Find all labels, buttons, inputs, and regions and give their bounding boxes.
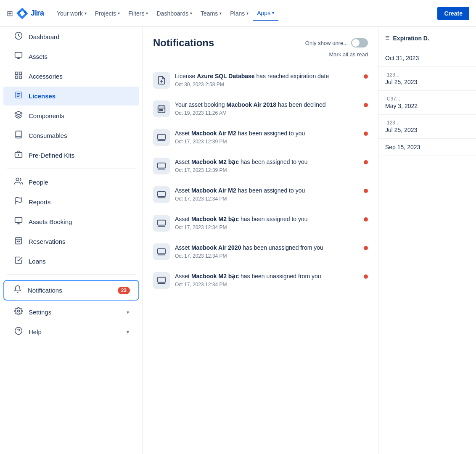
unread-dot	[364, 160, 368, 164]
sidebar-label-help: Help	[29, 328, 42, 335]
predefined-kits-icon	[13, 150, 24, 161]
notification-time: Oct 17, 2023 12:34 PM	[175, 253, 359, 259]
sidebar-item-accessories[interactable]: Accessories	[3, 67, 139, 86]
sidebar-item-notifications[interactable]: Notifications23	[3, 280, 139, 301]
unread-dot	[364, 189, 368, 193]
notification-text: Asset Macbook Air M2 has been assigned t…	[175, 129, 359, 138]
laptop-notification-icon	[153, 243, 170, 260]
notification-content: Asset Macbook M2 bạc has been assigned t…	[175, 158, 359, 173]
svg-rect-39	[158, 192, 165, 197]
sidebar-item-people[interactable]: People	[3, 173, 139, 192]
notification-item[interactable]: Asset Macbook Air M2 has been assigned t…	[143, 180, 378, 209]
sidebar-item-components[interactable]: Components	[3, 106, 139, 125]
people-icon	[13, 177, 24, 187]
svg-rect-24	[17, 241, 18, 242]
grid-icon[interactable]: ⊞	[7, 9, 13, 18]
notification-item[interactable]: Asset Macbook M2 bạc has been unassigned…	[143, 266, 378, 295]
sidebar-item-licenses[interactable]: Licenses	[3, 87, 139, 106]
svg-rect-29	[158, 106, 165, 113]
notification-time: Oct 17, 2023 12:34 PM	[175, 196, 359, 202]
row-key: -123...	[385, 120, 469, 126]
svg-rect-41	[158, 220, 165, 225]
chevron-icon: ▾	[272, 11, 274, 15]
laptop-notification-icon	[153, 272, 170, 289]
right-panel-row: -C97...May 3, 2022	[378, 91, 476, 115]
topnav-items: Your work▾Projects▾Filters▾Dashboards▾Te…	[53, 6, 278, 21]
sidebar-item-loans[interactable]: Loans	[3, 252, 139, 271]
row-value: Jul 25, 2023	[385, 79, 469, 85]
sidebar-label-assets: Assets	[29, 53, 48, 60]
sidebar-item-assets-booking[interactable]: Assets Booking	[3, 212, 139, 231]
right-panel-content: Oct 31, 2023-123...Jul 25, 2023-C97...Ma…	[378, 46, 476, 454]
sidebar-label-people: People	[29, 179, 48, 186]
svg-rect-34	[161, 110, 163, 111]
right-panel-row: -123...Jul 25, 2023	[378, 67, 476, 91]
notification-time: Oct 17, 2023 12:39 PM	[175, 139, 359, 145]
sidebar-label-notifications: Notifications	[28, 287, 62, 294]
notification-text: License Azure SQL Database has reached e…	[175, 72, 359, 81]
unread-dot	[364, 103, 368, 107]
notification-item[interactable]: Asset Macbook M2 bạc has been assigned t…	[143, 209, 378, 238]
svg-rect-1	[15, 53, 22, 58]
sidebar-item-predefined-kits[interactable]: Pre-Defined Kits	[3, 146, 139, 165]
chevron-icon: ▾	[127, 309, 129, 315]
unread-toggle[interactable]	[351, 38, 368, 48]
sidebar-label-reservations: Reservations	[29, 238, 66, 245]
notification-item[interactable]: License Azure SQL Database has reached e…	[143, 66, 378, 95]
toggle-knob	[352, 39, 360, 47]
chevron-icon: ▾	[190, 11, 192, 16]
sidebar-item-consumables[interactable]: Consumables	[3, 126, 139, 145]
sidebar-item-assets[interactable]: Assets	[3, 47, 139, 66]
notification-content: Asset Macbook Air 2020 has been unassign…	[175, 243, 359, 259]
sidebar-divider	[7, 169, 136, 169]
topnav-item-dashboards[interactable]: Dashboards▾	[152, 7, 196, 20]
jira-logo[interactable]: Jira	[16, 8, 44, 19]
row-value: Sep 15, 2023	[385, 144, 469, 150]
notifications-title-row: Notifications Only show unre...	[153, 37, 368, 49]
topnav-item-your-work[interactable]: Your work▾	[53, 7, 91, 20]
unread-dot	[364, 74, 368, 79]
topnav-label: Projects	[95, 10, 116, 17]
notification-item[interactable]: Asset Macbook Air 2020 has been unassign…	[143, 238, 378, 266]
svg-rect-20	[16, 238, 22, 244]
sidebar-item-reports[interactable]: Reports	[3, 193, 139, 211]
sidebar-item-reservations[interactable]: Reservations	[3, 232, 139, 251]
notification-content: Asset Macbook Air M2 has been assigned t…	[175, 129, 359, 145]
main-layout: DashboardAssetsAccessoriesLicensesCompon…	[0, 27, 476, 454]
topnav-item-filters[interactable]: Filters▾	[124, 7, 152, 20]
svg-rect-17	[15, 218, 22, 223]
sidebar-label-assets-booking: Assets Booking	[29, 218, 72, 225]
sidebar-label-reports: Reports	[29, 198, 51, 206]
chevron-icon: ▾	[127, 329, 129, 335]
topnav-item-teams[interactable]: Teams▾	[196, 7, 226, 20]
topnav-item-plans[interactable]: Plans▾	[226, 7, 253, 20]
right-panel-row: -123...Jul 25, 2023	[378, 115, 476, 139]
sidebar-item-dashboard[interactable]: Dashboard	[3, 27, 139, 46]
chevron-icon: ▾	[246, 11, 249, 16]
notification-item[interactable]: Asset Macbook M2 bạc has been assigned t…	[143, 152, 378, 180]
notifications-title: Notifications	[153, 37, 214, 49]
notification-item[interactable]: Your asset booking Macbook Air 2018 has …	[143, 95, 378, 123]
svg-rect-37	[158, 163, 165, 168]
topnav-label: Filters	[128, 10, 144, 17]
topnav-label: Dashboards	[156, 10, 188, 17]
sidebar-item-settings[interactable]: Settings▾	[3, 303, 139, 322]
svg-rect-4	[16, 72, 18, 75]
menu-icon: ≡	[385, 34, 390, 42]
topnav-item-projects[interactable]: Projects▾	[91, 7, 124, 20]
chevron-icon: ▾	[146, 11, 148, 16]
notification-item[interactable]: Asset Macbook Air M2 has been assigned t…	[143, 123, 378, 152]
sidebar-label-dashboard: Dashboard	[29, 33, 59, 40]
expiration-col-label: Expiration D.	[393, 35, 429, 42]
create-button[interactable]: Create	[437, 7, 469, 20]
topnav-item-apps[interactable]: Apps▾	[253, 6, 278, 21]
mark-all-read-button[interactable]: Mark all as read	[153, 51, 368, 58]
notifications-header: Notifications Only show unre... Mark all…	[143, 27, 378, 63]
notification-text: Asset Macbook Air 2020 has been unassign…	[175, 243, 359, 252]
sidebar-item-help[interactable]: Help▾	[3, 322, 139, 341]
topnav-label: Apps	[257, 10, 270, 16]
sidebar-label-predefined-kits: Pre-Defined Kits	[29, 152, 74, 159]
notification-text: Asset Macbook M2 bạc has been assigned t…	[175, 158, 359, 166]
unread-dot	[364, 246, 368, 250]
chevron-icon: ▾	[219, 11, 222, 16]
